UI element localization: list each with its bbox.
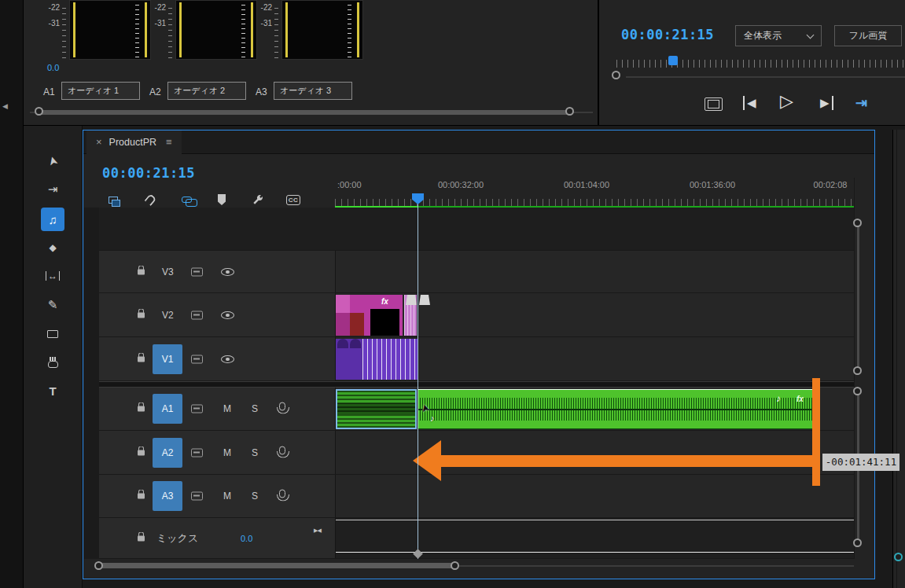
voiceover-record-icon[interactable]: [279, 446, 285, 454]
sync-lock-icon[interactable]: [191, 448, 203, 457]
ruler-label: 00:01:04:00: [564, 180, 609, 189]
monitor-scrollbar-handle[interactable]: [612, 71, 620, 79]
track-label-a2[interactable]: A2: [153, 438, 182, 468]
track-label-a3[interactable]: A3: [153, 481, 182, 511]
scale-label: -31: [253, 19, 272, 35]
monitor-scrub-ruler[interactable]: [616, 60, 905, 68]
mute-button[interactable]: M: [223, 447, 231, 458]
meter-track-name-a3[interactable]: オーディオ 3: [274, 82, 352, 100]
meter-track-name-a1[interactable]: オーディオ 1: [61, 82, 140, 100]
mix-gain-value[interactable]: 0.0: [241, 534, 252, 543]
pen-tool-icon[interactable]: ✎: [41, 293, 64, 317]
rectangle-tool-icon[interactable]: [41, 322, 64, 346]
track-lane-v1[interactable]: [335, 337, 854, 380]
video-zoom-handle-top[interactable]: [853, 219, 862, 227]
lock-icon[interactable]: [138, 494, 145, 499]
snap-icon[interactable]: [142, 192, 159, 208]
lock-icon[interactable]: [138, 535, 145, 541]
track-select-forward-tool-icon[interactable]: ⇥: [41, 178, 64, 201]
track-label-v2[interactable]: V2: [162, 310, 174, 321]
mute-button[interactable]: M: [223, 403, 231, 414]
eye-icon[interactable]: [221, 268, 234, 276]
timeline-ruler[interactable]: :00:00 00:00:32:00 00:01:04:00 00:01:36:…: [335, 178, 854, 207]
timeline-tab-title: ProductPR: [109, 137, 156, 148]
adjacent-scroll-handle[interactable]: [894, 553, 903, 561]
lock-icon[interactable]: [138, 269, 145, 274]
video-audio-divider[interactable]: [99, 381, 854, 388]
monitor-scrollbar-track[interactable]: [626, 76, 905, 78]
close-icon[interactable]: ×: [96, 136, 102, 148]
lock-icon[interactable]: [138, 406, 145, 412]
sync-lock-icon[interactable]: [191, 267, 203, 276]
play-button[interactable]: ▷: [780, 91, 793, 112]
rolling-edit-tool-icon[interactable]: ↔: [41, 264, 64, 288]
ruler-label: 00:00:32:00: [438, 180, 484, 189]
nest-sequences-icon[interactable]: [105, 192, 122, 208]
playback-quality-select[interactable]: フル画質: [834, 25, 902, 46]
timeline-settings-icon[interactable]: [248, 192, 266, 208]
lock-icon[interactable]: [138, 450, 145, 455]
sync-lock-icon[interactable]: [191, 405, 203, 413]
type-tool-icon[interactable]: T: [41, 379, 64, 402]
audio-zoom-handle-bottom[interactable]: [853, 538, 862, 547]
linked-selection-icon[interactable]: [178, 192, 195, 208]
track-label-v1[interactable]: V1: [153, 344, 182, 374]
remix-tool-icon[interactable]: ♫: [41, 208, 64, 231]
track-lane-a3[interactable]: [335, 475, 854, 517]
step-back-button[interactable]: ◀: [743, 96, 756, 110]
scrollbar-handle-left[interactable]: [35, 107, 43, 116]
track-label-a1[interactable]: A1: [153, 394, 182, 424]
solo-button[interactable]: S: [252, 447, 258, 458]
voiceover-record-icon[interactable]: [279, 490, 285, 498]
track-lane-v3[interactable]: [335, 251, 854, 292]
eye-icon[interactable]: [221, 311, 234, 319]
meter-ticks: [274, 6, 278, 58]
ruler-label: :00:00: [337, 180, 362, 189]
lock-icon[interactable]: [138, 356, 145, 362]
timeline-timecode[interactable]: 00:00:21:15: [102, 165, 195, 181]
lock-icon[interactable]: [138, 312, 145, 318]
video-zoom-scrollbar[interactable]: [857, 225, 859, 373]
go-to-next-edit-button[interactable]: ⇥: [855, 94, 867, 112]
scrollbar-handle-right[interactable]: [565, 107, 574, 116]
solo-button[interactable]: S: [252, 403, 258, 414]
video-zoom-handle-bottom[interactable]: [853, 366, 862, 375]
sync-lock-icon[interactable]: [191, 311, 203, 319]
monitor-playhead-handle[interactable]: [668, 56, 678, 65]
add-marker-icon[interactable]: [213, 192, 230, 208]
timeline-tab[interactable]: ×ProductPR≡: [86, 130, 182, 154]
timeline-hscroll-handle-right[interactable]: [451, 561, 459, 570]
solo-button[interactable]: S: [252, 491, 258, 502]
hand-tool-icon[interactable]: [41, 351, 64, 374]
track-header-v3: V3: [99, 251, 335, 292]
selection-tool-icon[interactable]: ➤: [41, 149, 64, 173]
mute-button[interactable]: M: [223, 491, 231, 502]
timeline-hscroll-handle-left[interactable]: [94, 561, 103, 570]
keyframe-navigator-icon[interactable]: ▶◀: [314, 527, 321, 534]
track-lane-a2[interactable]: [335, 431, 854, 474]
safe-margins-icon[interactable]: [705, 97, 723, 111]
panel-menu-icon[interactable]: ≡: [166, 136, 172, 148]
collapse-panel-icon[interactable]: ◀: [2, 102, 8, 110]
step-forward-button[interactable]: ▶: [820, 96, 833, 110]
eye-icon[interactable]: [221, 355, 234, 363]
track-label-v3[interactable]: V3: [162, 266, 174, 277]
audio-meters-panel: -22 -31 -22 -31 -22: [24, 0, 598, 126]
playhead-line[interactable]: [418, 200, 418, 559]
captions-icon[interactable]: CC: [285, 192, 302, 208]
sync-lock-icon[interactable]: [191, 492, 203, 501]
scrollbar-thumb[interactable]: [39, 110, 570, 115]
audio-zoom-handle-top[interactable]: [853, 387, 862, 395]
track-lane-mix[interactable]: [335, 518, 854, 558]
timeline-hscroll-thumb[interactable]: [101, 563, 454, 568]
meter-track-name-a2[interactable]: オーディオ 2: [167, 82, 246, 100]
track-lane-v2[interactable]: [335, 293, 854, 336]
ripple-edit-tool-icon[interactable]: ◆: [41, 236, 64, 259]
track-lane-a1[interactable]: [335, 388, 854, 430]
zoom-level-select[interactable]: 全体表示: [735, 25, 822, 46]
voiceover-record-icon[interactable]: [279, 402, 285, 411]
drag-offset-tooltip: -00:01:41:11: [822, 454, 899, 471]
sync-lock-icon[interactable]: [191, 355, 203, 363]
meter-group-2: -22 -31: [147, 0, 262, 79]
monitor-timecode[interactable]: 00:00:21:15: [621, 27, 714, 42]
